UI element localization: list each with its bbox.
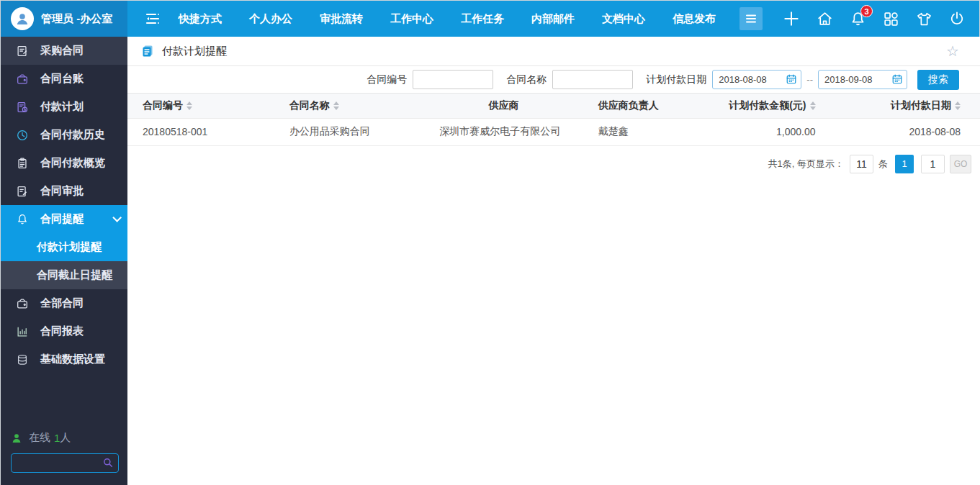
- pagination-summary: 共1条, 每页显示：: [768, 158, 844, 171]
- avatar: [11, 7, 34, 30]
- sidebar-item-6[interactable]: 合同审批: [1, 177, 127, 205]
- column-header-5[interactable]: 计划付款金额(元): [713, 94, 836, 118]
- nav-item-5[interactable]: 工作任务: [461, 12, 504, 26]
- sidebar-bottom: 在线 1 人: [1, 424, 127, 485]
- online-person-icon: [11, 432, 22, 444]
- cell-1-1: 20180518-001: [127, 118, 274, 145]
- column-label: 计划付款日期: [891, 99, 951, 112]
- nav-item-1[interactable]: 快捷方式: [179, 12, 222, 26]
- contract-name-label: 合同名称: [506, 73, 547, 86]
- pay-date-label: 计划付款日期: [646, 73, 706, 86]
- sidebar-item-8[interactable]: 付款计划提醒: [1, 233, 127, 261]
- goto-page-input[interactable]: [921, 155, 945, 173]
- sidebar-item-label: 合同提醒: [40, 212, 84, 226]
- online-status: 在线 1 人: [11, 431, 119, 445]
- sidebar-item-label: 合同付款历史: [40, 128, 105, 142]
- favorite-star-icon[interactable]: ☆: [946, 44, 959, 58]
- contract-name-input[interactable]: [552, 70, 633, 89]
- sidebar-item-4[interactable]: 合同付款历史: [1, 121, 127, 149]
- page-size-input[interactable]: [850, 155, 873, 173]
- column-label: 计划付款金额(元): [729, 99, 806, 112]
- sidebar-item-3[interactable]: 付款计划: [1, 93, 127, 121]
- chevron-down-icon: [112, 213, 122, 222]
- notifications-bell-icon[interactable]: 3: [848, 9, 867, 28]
- page-title: 付款计划提醒: [162, 45, 227, 58]
- cell-1-2: 办公用品采购合同: [274, 118, 425, 145]
- column-header-6[interactable]: 计划付款日期: [836, 94, 980, 118]
- wallet-icon: [15, 296, 30, 311]
- online-count: 1: [54, 432, 60, 444]
- column-header-1[interactable]: 合同编号: [127, 94, 274, 118]
- sidebar-item-label: 合同审批: [40, 184, 84, 198]
- cell-1-6: 2018-08-08: [836, 118, 980, 145]
- sidebar-item-label: 全部合同: [40, 296, 84, 310]
- sidebar-item-label: 付款计划: [40, 100, 84, 114]
- online-label: 在线: [29, 431, 50, 445]
- new-item-icon[interactable]: [782, 9, 801, 28]
- column-header-4: 供应商负责人: [583, 94, 713, 118]
- header-actions: 3: [768, 9, 979, 28]
- results-table: 合同编号合同名称供应商供应商负责人计划付款金额(元)计划付款日期 2018051…: [127, 94, 980, 146]
- search-button[interactable]: 搜索: [917, 70, 959, 90]
- date-range-separator: --: [806, 74, 813, 85]
- sidebar-item-9[interactable]: 合同截止日提醒: [1, 261, 127, 289]
- sort-arrows-icon[interactable]: [810, 101, 816, 110]
- column-header-2[interactable]: 合同名称: [274, 94, 425, 118]
- sidebar-item-10[interactable]: 全部合同: [1, 289, 127, 317]
- sidebar-item-5[interactable]: 合同付款概览: [1, 149, 127, 177]
- chart-icon: [15, 325, 30, 339]
- sidebar-item-label: 基础数据设置: [40, 353, 105, 366]
- nav-item-6[interactable]: 内部邮件: [531, 12, 575, 26]
- cell-1-4: 戴楚鑫: [583, 118, 713, 145]
- search-icon[interactable]: [102, 457, 114, 468]
- column-label: 供应商负责人: [598, 99, 659, 112]
- more-menus-icon[interactable]: [740, 7, 763, 30]
- calendar-icon[interactable]: [786, 73, 797, 85]
- doc-pen-icon: [15, 184, 30, 199]
- database-icon: [15, 353, 30, 367]
- sort-arrows-icon[interactable]: [333, 101, 339, 110]
- sidebar-item-label: 合同台账: [40, 72, 84, 86]
- doc-edit-icon: [15, 44, 30, 58]
- sidebar-menu: 采购合同合同台账付款计划合同付款历史合同付款概览合同审批合同提醒付款计划提醒合同…: [1, 37, 127, 424]
- sidebar-item-1[interactable]: 采购合同: [1, 37, 127, 65]
- main-content: 付款计划提醒 ☆ 合同编号 合同名称 计划付款日期 --: [127, 37, 980, 485]
- sort-arrows-icon[interactable]: [955, 101, 961, 110]
- page-doc-icon: [140, 44, 155, 58]
- nav-item-3[interactable]: 审批流转: [320, 12, 363, 26]
- sidebar-item-7[interactable]: 合同提醒: [1, 205, 127, 233]
- filter-bar: 合同编号 合同名称 计划付款日期 --: [127, 66, 980, 94]
- nav-item-4[interactable]: 工作中心: [390, 12, 433, 26]
- sort-arrows-icon[interactable]: [186, 101, 192, 110]
- bell-icon: [15, 212, 30, 227]
- clock-icon: [15, 128, 30, 142]
- user-block[interactable]: 管理员 -办公室: [1, 1, 127, 37]
- home-icon[interactable]: [815, 9, 834, 28]
- nav-item-7[interactable]: 文档中心: [602, 12, 645, 26]
- collapse-sidebar-icon[interactable]: [140, 6, 165, 31]
- column-label: 供应商: [489, 99, 519, 112]
- power-logout-icon[interactable]: [948, 9, 966, 28]
- column-label: 合同编号: [143, 99, 183, 112]
- contract-no-input[interactable]: [413, 70, 493, 89]
- column-label: 合同名称: [289, 99, 330, 112]
- wallet-icon: [15, 72, 30, 86]
- sidebar-item-11[interactable]: 合同报表: [1, 317, 127, 345]
- page-size-unit: 条: [878, 158, 888, 171]
- calendar-icon[interactable]: [891, 73, 903, 85]
- online-suffix: 人: [60, 431, 71, 445]
- theme-shirt-icon[interactable]: [914, 9, 933, 28]
- top-nav-area: 快捷方式个人办公审批流转工作中心工作任务内部邮件文档中心信息发布: [127, 1, 979, 37]
- nav-item-8[interactable]: 信息发布: [673, 12, 716, 26]
- sidebar: 采购合同合同台账付款计划合同付款历史合同付款概览合同审批合同提醒付款计划提醒合同…: [1, 37, 127, 485]
- page-title-bar: 付款计划提醒 ☆: [127, 37, 980, 66]
- sidebar-item-2[interactable]: 合同台账: [1, 65, 127, 93]
- go-button[interactable]: GO: [950, 155, 971, 173]
- table-row[interactable]: 20180518-001办公用品采购合同深圳市赛威尔电子有限公司戴楚鑫1,000…: [127, 118, 980, 145]
- cell-1-3: 深圳市赛威尔电子有限公司: [424, 118, 583, 145]
- page-number-button[interactable]: 1: [895, 155, 914, 173]
- nav-item-2[interactable]: 个人办公: [249, 12, 292, 26]
- sidebar-item-12[interactable]: 基础数据设置: [1, 345, 127, 373]
- apps-grid-icon[interactable]: [881, 9, 900, 28]
- doc-clock-icon: [15, 100, 30, 114]
